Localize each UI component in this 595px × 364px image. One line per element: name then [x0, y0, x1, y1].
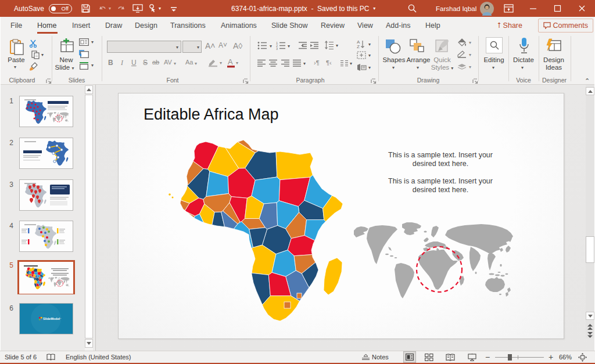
svg-text:Z: Z: [357, 44, 360, 49]
svg-text:SlideModel..: SlideModel..: [43, 316, 61, 320]
svg-text:3: 3: [276, 47, 278, 50]
